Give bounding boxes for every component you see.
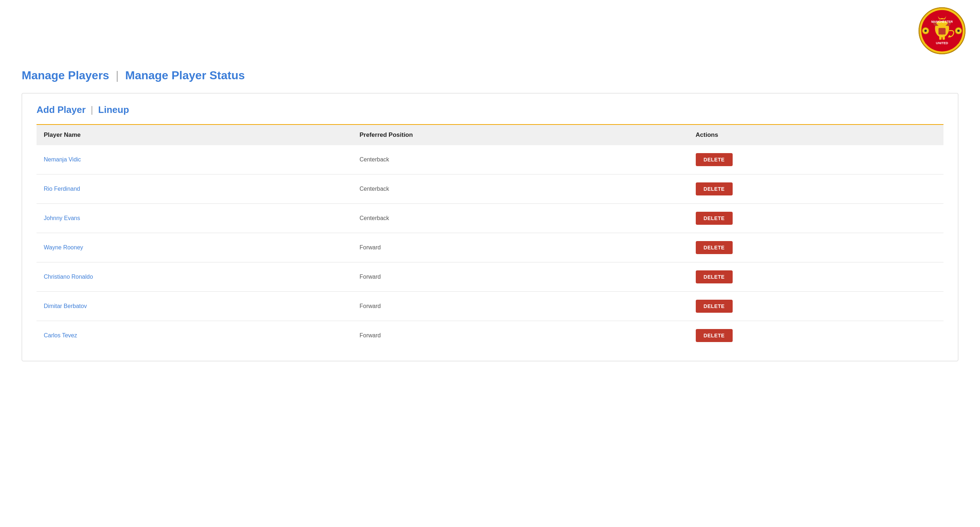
column-preferred-position: Preferred Position [352,125,688,145]
svg-point-15 [924,30,927,32]
section-header: Add Player | Lineup [37,104,943,115]
table-row: Wayne RooneyForwardDELETE [37,233,943,262]
players-table: Player Name Preferred Position Actions N… [37,125,943,350]
player-action-cell: DELETE [689,233,943,262]
player-action-cell: DELETE [689,262,943,292]
svg-text:UNITED: UNITED [936,41,948,45]
svg-point-16 [957,30,960,32]
player-name-cell: Dimitar Berbatov [37,292,352,321]
player-name-cell: Wayne Rooney [37,233,352,262]
column-actions: Actions [689,125,943,145]
section-separator: | [91,104,93,115]
main-content: Add Player | Lineup Player Name Preferre… [22,93,958,361]
manage-player-status-link[interactable]: Manage Player Status [125,69,245,82]
player-position-cell: Centerback [352,145,688,174]
lineup-link[interactable]: Lineup [99,104,129,115]
delete-button[interactable]: DELETE [696,329,733,342]
svg-text:MANCHESTER: MANCHESTER [931,20,953,24]
nav-separator: | [116,69,119,82]
player-action-cell: DELETE [689,292,943,321]
player-action-cell: DELETE [689,145,943,174]
table-row: Johnny EvansCenterbackDELETE [37,204,943,233]
player-position-cell: Forward [352,321,688,350]
svg-rect-8 [939,34,942,40]
player-action-cell: DELETE [689,204,943,233]
header: MANCHESTER UNITED [0,0,980,62]
nav-bar: Manage Players | Manage Player Status [0,62,980,93]
player-position-cell: Forward [352,262,688,292]
column-player-name: Player Name [37,125,352,145]
player-name-cell: Christiano Ronaldo [37,262,352,292]
player-position-cell: Forward [352,233,688,262]
table-row: Dimitar BerbatovForwardDELETE [37,292,943,321]
player-position-cell: Forward [352,292,688,321]
player-action-cell: DELETE [689,321,943,350]
delete-button[interactable]: DELETE [696,153,733,166]
player-name-cell: Carlos Tevez [37,321,352,350]
delete-button[interactable]: DELETE [696,212,733,225]
table-row: Rio FerdinandCenterbackDELETE [37,174,943,204]
delete-button[interactable]: DELETE [696,270,733,283]
table-row: Nemanja VidicCenterbackDELETE [37,145,943,174]
player-name-cell: Nemanja Vidic [37,145,352,174]
table-row: Carlos TevezForwardDELETE [37,321,943,350]
table-row: Christiano RonaldoForwardDELETE [37,262,943,292]
manage-players-link[interactable]: Manage Players [22,69,109,82]
add-player-link[interactable]: Add Player [37,104,86,115]
player-position-cell: Centerback [352,204,688,233]
player-action-cell: DELETE [689,174,943,204]
delete-button[interactable]: DELETE [696,241,733,254]
club-logo: MANCHESTER UNITED [918,7,966,54]
table-header-row: Player Name Preferred Position Actions [37,125,943,145]
delete-button[interactable]: DELETE [696,182,733,195]
player-position-cell: Centerback [352,174,688,204]
player-name-cell: Johnny Evans [37,204,352,233]
delete-button[interactable]: DELETE [696,300,733,313]
svg-rect-7 [939,28,946,34]
svg-rect-9 [942,34,945,40]
player-name-cell: Rio Ferdinand [37,174,352,204]
